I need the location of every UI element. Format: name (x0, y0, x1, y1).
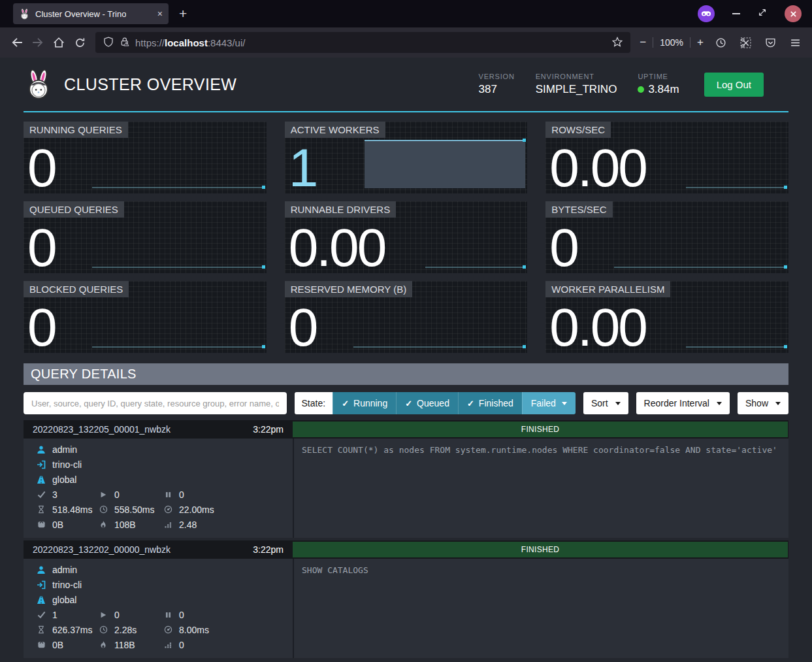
check-icon: ✓ (467, 399, 474, 408)
zoom-controls: − 100% + (640, 36, 704, 49)
tab-close-icon[interactable]: × (157, 8, 163, 19)
completed-splits-icon (36, 489, 46, 499)
sparkline-dot (784, 186, 787, 189)
queued-splits-icon (163, 610, 173, 620)
queued-splits-icon (163, 489, 173, 499)
restore-button[interactable] (758, 8, 767, 20)
zoom-out-button[interactable]: − (640, 36, 646, 49)
stat-tile-runnable-drivers: RUNNABLE DRIVERS 0.00 (285, 201, 528, 273)
query-search-input[interactable] (24, 392, 287, 414)
sparkline (686, 346, 787, 348)
resource-group-icon (36, 595, 46, 604)
user-icon (36, 444, 46, 454)
private-browsing-icon (698, 5, 715, 22)
close-window-button[interactable] (785, 5, 802, 22)
current-memory: 0B (52, 640, 63, 650)
wall-time: 626.37ms (52, 625, 92, 635)
reorder-interval-dropdown[interactable]: Reorder Interval (636, 392, 730, 414)
history-clock-icon[interactable] (710, 32, 731, 53)
query-id-link[interactable]: 20220823_132205_00001_nwbzk (33, 424, 171, 435)
completed-splits-icon (36, 610, 46, 620)
stat-label: BYTES/SEC (545, 201, 612, 218)
parallelism-chart-icon (163, 520, 173, 529)
query-id-link[interactable]: 20220823_132202_00000_nwbzk (33, 544, 171, 555)
sort-dropdown[interactable]: Sort (583, 392, 628, 414)
zoom-separator (653, 37, 653, 48)
bookmark-star-icon[interactable] (612, 37, 623, 49)
filter-failed-dropdown[interactable]: Failed (522, 392, 576, 414)
sparkline-dot (262, 265, 265, 269)
query-source: trino-cli (52, 580, 82, 590)
screenshot-scissors-icon[interactable] (735, 32, 756, 53)
show-dropdown[interactable]: Show (738, 392, 788, 414)
url-path: :8443/ui/ (208, 37, 246, 48)
tab-title: Cluster Overview - Trino (35, 9, 126, 19)
window-controls (698, 5, 812, 22)
stat-label: BLOCKED QUERIES (24, 281, 129, 297)
trino-favicon (19, 8, 30, 20)
sparkline (92, 187, 265, 188)
sparkline-dot (523, 265, 526, 269)
stat-tile-queued-queries: QUEUED QUERIES 0 (24, 201, 267, 273)
shield-icon[interactable] (103, 37, 114, 49)
running-splits: 0 (114, 489, 120, 500)
running-splits: 0 (114, 610, 120, 620)
chevron-down-icon (717, 402, 722, 405)
sparkline (92, 346, 265, 348)
current-memory: 0B (52, 520, 63, 530)
running-splits-icon (98, 610, 108, 620)
uptime-status-dot (638, 86, 644, 93)
zoom-in-button[interactable]: + (697, 36, 704, 49)
lock-warning-icon[interactable] (120, 37, 129, 48)
query-filter-bar: State: ✓Running ✓Queued ✓Finished Failed… (24, 392, 788, 414)
logout-button[interactable]: Log Out (704, 73, 764, 97)
stat-tile-active-workers: ACTIVE WORKERS 1 (285, 122, 528, 193)
page-title: CLUSTER OVERVIEW (64, 75, 236, 94)
minimize-button[interactable] (732, 13, 740, 14)
forward-icon[interactable] (27, 32, 48, 53)
stat-tile-worker-parallelism: WORKER PARALLELISM 0.00 (545, 281, 788, 353)
stat-label: ACTIVE WORKERS (285, 122, 385, 138)
wall-time: 518.48ms (52, 505, 92, 515)
query-time: 3:22pm (253, 544, 284, 555)
stat-tile-rows-sec: ROWS/SEC 0.00 (545, 122, 788, 193)
running-splits-icon (98, 489, 108, 499)
stat-value: 0.00 (549, 303, 646, 352)
stat-value: 0.00 (549, 143, 646, 192)
sparkline-dot (523, 345, 526, 348)
query-user: admin (52, 565, 77, 575)
stat-tile-running-queries: RUNNING QUERIES 0 (24, 122, 267, 193)
filter-running-button[interactable]: ✓Running (333, 392, 396, 414)
query-resource-group: global (52, 595, 76, 605)
back-icon[interactable] (7, 32, 27, 53)
filter-queued-button[interactable]: ✓Queued (396, 392, 458, 414)
filter-finished-button[interactable]: ✓Finished (458, 392, 522, 414)
new-tab-button[interactable]: + (179, 6, 187, 22)
cumulative-memory: 108B (114, 520, 136, 530)
flame-icon (98, 520, 108, 529)
stat-tile-reserved-memory: RESERVED MEMORY (B) 0 (285, 281, 528, 353)
url-bar[interactable]: https://localhost:8443/ui/ (95, 32, 630, 53)
reload-icon[interactable] (69, 32, 90, 53)
trino-cluster-overview-page: CLUSTER OVERVIEW VERSION 387 ENVIRONMENT… (0, 58, 812, 662)
check-icon: ✓ (342, 399, 349, 408)
flame-icon (98, 640, 108, 650)
stat-value: 0 (27, 303, 56, 352)
url-text: https://localhost:8443/ui/ (135, 37, 245, 48)
version-value: 387 (479, 83, 515, 96)
menu-hamburger-icon[interactable] (785, 32, 805, 53)
toolbar-icons (710, 32, 805, 53)
elapsed-time: 2.28s (114, 625, 137, 635)
home-icon[interactable] (48, 32, 69, 53)
uptime-label: UPTIME (638, 73, 679, 80)
query-time: 3:22pm (253, 424, 284, 435)
browser-tab[interactable]: Cluster Overview - Trino × (13, 3, 169, 24)
pocket-icon[interactable] (760, 32, 781, 53)
user-icon (36, 565, 46, 574)
browser-nav-bar: https://localhost:8443/ui/ − 100% + (0, 27, 812, 58)
app-header: CLUSTER OVERVIEW VERSION 387 ENVIRONMENT… (24, 58, 788, 112)
environment-label: ENVIRONMENT (536, 73, 617, 80)
zoom-level[interactable]: 100% (660, 37, 683, 48)
chevron-down-icon (615, 402, 621, 405)
url-host: localhost (165, 37, 208, 48)
